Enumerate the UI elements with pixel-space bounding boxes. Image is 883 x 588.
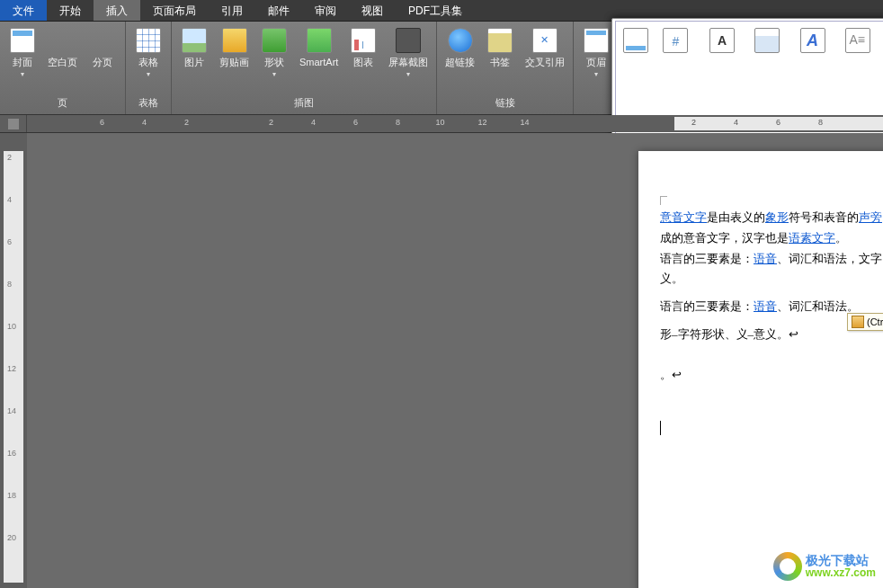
- screenshot-button[interactable]: 屏幕截图▾: [386, 24, 431, 80]
- screenshot-icon: [396, 28, 421, 53]
- clipart-icon: [222, 28, 247, 53]
- chart-icon: [351, 28, 376, 53]
- document-page[interactable]: 意音文字是由表义的象形符号和表音的声旁 成的意音文字，汉字也是语素文字。 语言的…: [638, 151, 883, 588]
- document-text: 成的意音文字，汉字也是语素文字。: [660, 229, 883, 248]
- tab-review[interactable]: 审阅: [302, 0, 349, 21]
- group-label: 插图: [177, 94, 431, 114]
- cover-page-icon: [10, 28, 35, 53]
- text-cursor: [660, 421, 883, 435]
- bookmark-button[interactable]: 书签: [483, 24, 517, 70]
- watermark: 极光下载站 www.xz7.com: [773, 552, 876, 581]
- bookmark-icon: [487, 28, 513, 53]
- tab-references[interactable]: 引用: [209, 0, 255, 21]
- tab-insert[interactable]: 插入: [94, 0, 140, 21]
- picture-button[interactable]: 图片: [177, 24, 211, 70]
- wordart-icon: [800, 28, 825, 53]
- picture-icon: [182, 28, 207, 53]
- group-tables: 表格▾ 表格: [126, 22, 172, 114]
- header-boundary-mark: [660, 196, 667, 205]
- globe-icon: [448, 28, 473, 53]
- document-text: 意音文字是由表义的象形符号和表音的声旁: [660, 209, 883, 227]
- cover-page-button[interactable]: 封面▾: [5, 24, 40, 80]
- chevron-down-icon: ▾: [272, 70, 276, 78]
- hyperlink-button[interactable]: 超链接: [442, 24, 477, 70]
- chevron-down-icon: ▾: [406, 70, 410, 78]
- hyperlink[interactable]: 语音: [754, 299, 777, 313]
- document-canvas[interactable]: 意音文字是由表义的象形符号和表音的声旁 成的意音文字，汉字也是语素文字。 语言的…: [27, 133, 883, 588]
- crossref-button[interactable]: 交叉引用: [522, 24, 567, 70]
- table-icon: [136, 28, 161, 53]
- group-label: 页: [5, 94, 120, 114]
- smartart-icon: [307, 28, 332, 53]
- quickparts-icon: [754, 28, 780, 53]
- textbox-icon: [709, 28, 735, 53]
- footer-icon: [623, 28, 648, 53]
- horizontal-ruler-area: 64224681012142468: [0, 115, 883, 133]
- page-number-icon: [663, 28, 688, 53]
- hyperlink[interactable]: 声旁: [859, 210, 882, 224]
- page-break-button[interactable]: 分页: [85, 24, 120, 70]
- document-text: 语言的三要素是：语音、词汇和语法，文字: [660, 250, 883, 269]
- watermark-title: 极光下载站: [806, 554, 876, 567]
- workspace: 2468101214161820 意音文字是由表义的象形符号和表音的声旁 成的意…: [0, 133, 883, 588]
- hyperlink[interactable]: 意音文字: [660, 210, 707, 224]
- vertical-ruler[interactable]: 2468101214161820: [0, 133, 27, 588]
- tab-pdf[interactable]: PDF工具集: [396, 0, 475, 21]
- table-button[interactable]: 表格▾: [131, 24, 165, 80]
- tab-selector-icon: [8, 119, 19, 129]
- paste-options-button[interactable]: (Ctrl) ▾: [847, 313, 883, 331]
- tab-file[interactable]: 文件: [0, 0, 47, 21]
- shapes-icon: [262, 28, 287, 53]
- chart-button[interactable]: 图表: [346, 24, 380, 70]
- hyperlink[interactable]: 语音: [754, 252, 777, 265]
- blank-page-button[interactable]: 空白页: [45, 24, 80, 70]
- horizontal-ruler[interactable]: 64224681012142468: [27, 115, 883, 132]
- smartart-button[interactable]: SmartArt: [297, 24, 341, 70]
- shapes-button[interactable]: 形状▾: [257, 24, 291, 80]
- group-label: 链接: [442, 94, 567, 114]
- header-icon: [584, 28, 609, 53]
- group-pages: 封面▾ 空白页 分页 页: [0, 22, 126, 114]
- hyperlink[interactable]: 象形: [765, 210, 789, 224]
- chevron-down-icon: ▾: [147, 70, 150, 78]
- tab-mail[interactable]: 邮件: [255, 0, 302, 21]
- chevron-down-icon: ▾: [594, 70, 598, 78]
- document-text: 。↩: [660, 366, 883, 385]
- group-label: 表格: [131, 94, 165, 114]
- crossref-icon: [532, 28, 557, 53]
- group-links: 超链接 书签 交叉引用 链接: [437, 22, 574, 114]
- header-button[interactable]: 页眉▾: [579, 24, 613, 80]
- clipboard-icon: [852, 316, 864, 328]
- tab-home[interactable]: 开始: [47, 0, 94, 21]
- dropcap-icon: [845, 28, 870, 53]
- group-illustrations: 图片 剪贴画 形状▾ SmartArt 图表 屏幕截图▾ 插图: [172, 22, 437, 114]
- watermark-logo-icon: [773, 552, 802, 581]
- tab-view[interactable]: 视图: [349, 0, 396, 21]
- ribbon: 封面▾ 空白页 分页 页 表格▾ 表格 图片 剪贴画 形状▾ SmartArt …: [0, 22, 883, 115]
- hyperlink[interactable]: 语素文字: [789, 231, 835, 245]
- clipart-button[interactable]: 剪贴画: [217, 24, 252, 70]
- tab-layout[interactable]: 页面布局: [140, 0, 209, 21]
- watermark-url: www.xz7.com: [806, 567, 876, 579]
- ruler-corner[interactable]: [0, 115, 27, 132]
- document-text: 义。: [660, 270, 883, 289]
- chevron-down-icon: ▾: [21, 70, 24, 78]
